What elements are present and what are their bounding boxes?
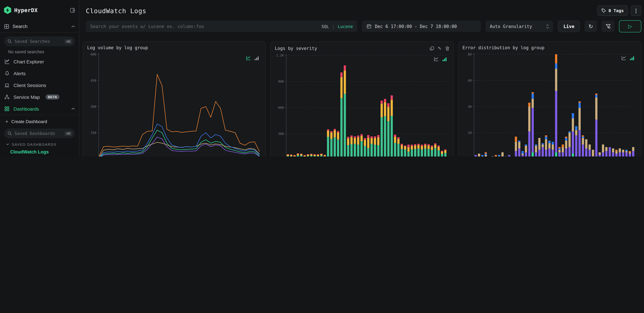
sidebar-item-dashboards[interactable]: Dashboards (0, 103, 79, 115)
bar-segment (632, 147, 634, 151)
line-chart-icon[interactable] (434, 57, 439, 61)
delete-icon[interactable] (445, 46, 449, 50)
bar-segment (552, 145, 554, 150)
error-distribution-chart[interactable]: 020406080Dec 6 5:00:00 PM3:30:00 AM5:30:… (462, 50, 637, 156)
bar-segment (384, 102, 386, 116)
line-chart-icon[interactable] (246, 56, 251, 60)
bar-segment (418, 149, 420, 156)
bar-segment (629, 152, 631, 154)
sidebar-item-client-sessions[interactable]: Client Sessions (0, 79, 79, 91)
bar-segment (397, 137, 400, 139)
tags-button[interactable]: 0 Tags (597, 5, 628, 16)
bar-segment (360, 134, 363, 136)
sidebar-dashboard-cloudwatch-logs[interactable]: CloudWatch Logs (0, 147, 79, 156)
bar-segment (397, 144, 400, 156)
bar-segment (555, 63, 557, 69)
bar-segment (441, 154, 443, 156)
bar-segment (327, 131, 329, 137)
bar-segment (401, 149, 403, 156)
bar-segment (532, 108, 534, 153)
sidebar-item-alerts[interactable]: Alerts (0, 67, 79, 79)
edit-icon[interactable]: ✎ (438, 46, 442, 51)
sql-language-toggle[interactable]: SQL (321, 24, 329, 29)
bar-segment (428, 146, 430, 149)
bar-segment (444, 150, 446, 150)
bar-chart-icon[interactable] (442, 57, 446, 61)
bar-segment (374, 145, 376, 156)
no-saved-searches-note: No saved searches (0, 46, 79, 56)
sidebar-item-chart-explorer[interactable]: Chart Explorer (0, 56, 79, 67)
sidebar-item-label: Search (12, 24, 28, 29)
bar-segment (418, 145, 420, 149)
dashboard-menu-button[interactable]: ⋮ (631, 5, 641, 16)
bar-segment (304, 156, 306, 156)
sidebar-item-label: Service Map (14, 94, 40, 100)
line-chart-icon[interactable] (621, 56, 626, 60)
bar-segment (491, 156, 494, 156)
bar-segment (340, 98, 342, 156)
bar-segment (558, 150, 560, 153)
filter-button[interactable] (602, 20, 614, 32)
bar-segment (441, 152, 443, 154)
bar-segment (568, 147, 570, 156)
bar-segment (518, 142, 520, 149)
bar-segment (334, 130, 336, 137)
bar-segment (354, 137, 356, 138)
refresh-button[interactable]: ↻ (584, 20, 597, 32)
bar-segment (535, 146, 537, 153)
sidebar-item-search[interactable]: Search (0, 20, 79, 32)
line-series (99, 124, 260, 156)
svg-text:300: 300 (278, 132, 284, 136)
refresh-icon: ↻ (588, 23, 593, 29)
create-dashboard-button[interactable]: + Create Dashboard (0, 115, 79, 125)
bar-segment (602, 145, 604, 153)
bar-segment (572, 118, 574, 132)
bar-segment (324, 156, 326, 156)
bar-segment (444, 153, 446, 156)
bar-segment (287, 155, 289, 156)
granularity-select[interactable]: Auto Granularity (486, 20, 553, 32)
date-range-picker[interactable]: Dec 6 17:00:00 - Dec 7 18:00:00 (362, 20, 481, 32)
event-search-input[interactable]: Search your events w/ Lucene ex. column:… (86, 20, 357, 32)
bar-segment (397, 139, 400, 144)
bar-segment (625, 152, 628, 156)
bar-segment (555, 69, 557, 91)
saved-searches-input[interactable]: Saved Searches ⌘K (4, 36, 75, 46)
bar-segment (391, 95, 393, 100)
sidebar-item-service-map[interactable]: Service Map BETA (0, 91, 79, 103)
lucene-language-toggle[interactable]: Lucene (338, 24, 353, 29)
live-button[interactable]: Live (558, 20, 580, 32)
bar-segment (377, 135, 380, 137)
chevron-up-icon[interactable] (71, 108, 75, 110)
bar-segment (431, 147, 433, 150)
bar-segment (555, 91, 557, 152)
bar-segment (324, 155, 326, 156)
bar-segment (521, 154, 524, 155)
bar-segment (401, 145, 403, 149)
logs-by-severity-chart[interactable]: 03006009001.2KDec 6 5:00:00 PM3:30:00 AM… (275, 51, 450, 156)
svg-text:150: 150 (90, 131, 96, 135)
bar-chart-icon[interactable] (630, 56, 634, 60)
bar-segment (495, 156, 497, 156)
bar-segment (424, 145, 426, 149)
laptop-icon (4, 83, 10, 88)
duplicate-icon[interactable] (430, 46, 434, 50)
run-query-button[interactable]: ▷ (619, 20, 641, 32)
bar-segment (371, 144, 373, 156)
saved-dashboards-section[interactable]: SAVED DASHBOARDS (0, 138, 79, 147)
logo-row: HyperDX (0, 0, 79, 15)
cmd-k-shortcut: ⌘K (65, 39, 72, 44)
saved-dashboards-input[interactable]: Saved Dashboards ⌘K (4, 129, 75, 138)
bar-segment (411, 145, 413, 146)
bar-segment (360, 136, 363, 141)
bar-segment (585, 149, 587, 156)
log-volume-chart[interactable]: 0150300450600Dec 6 5:00:00 PM3:30:00 AM5… (87, 50, 262, 156)
saved-dashboards-placeholder: Saved Dashboards (14, 131, 55, 136)
bar-segment (350, 136, 353, 137)
bar-segment (528, 107, 530, 131)
bar-segment (287, 156, 289, 156)
bar-segment (615, 150, 618, 151)
chevron-up-icon[interactable] (71, 25, 75, 27)
bar-chart-icon[interactable] (254, 56, 259, 60)
collapse-sidebar-icon[interactable] (70, 7, 75, 13)
